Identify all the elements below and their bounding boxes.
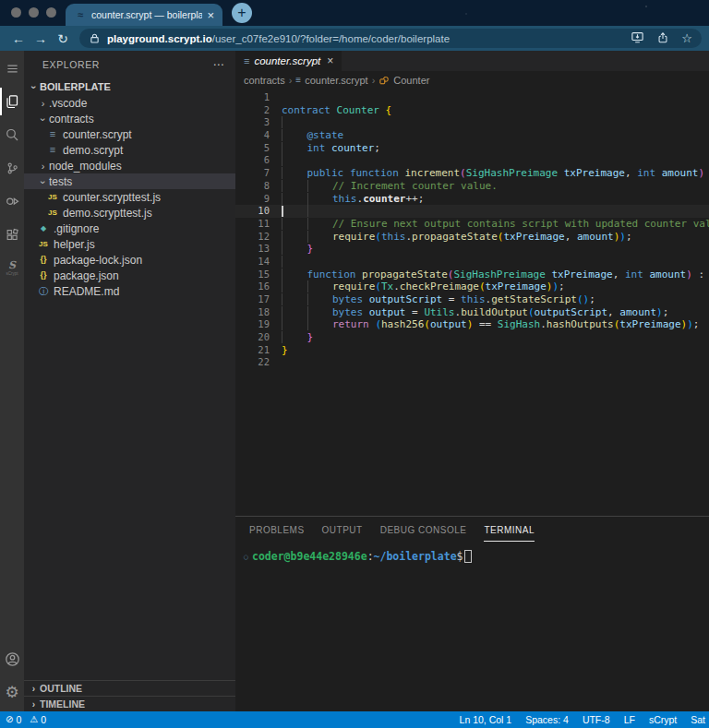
settings-gear-icon[interactable]: ⚙ [0, 678, 24, 706]
status-item-scrypt[interactable]: sCrypt [649, 714, 677, 725]
editor-tab-close-icon[interactable]: × [327, 54, 333, 67]
tree-item-label: README.md [54, 285, 119, 298]
panel-tab-terminal[interactable]: TERMINAL [484, 525, 535, 542]
terminal-cursor [464, 550, 472, 563]
tree-item-package-lock-json[interactable]: {}package-lock.json [24, 252, 235, 268]
tree-item-vscode[interactable]: ›.vscode [24, 95, 235, 111]
status-item-utf-8[interactable]: UTF-8 [583, 714, 610, 725]
code-line-21[interactable]: 21} [235, 344, 709, 357]
breadcrumb-item-contracts[interactable]: contracts [244, 75, 285, 86]
window-zoom-button[interactable] [46, 7, 56, 18]
code-line-11[interactable]: 11 // Ensure next output contains script… [235, 218, 709, 231]
tree-item-label: tests [49, 175, 72, 188]
tree-item-tests[interactable]: ›tests [24, 173, 235, 189]
url-bar[interactable]: playground.scrypt.io /user_c07fe2e910/?f… [79, 29, 702, 48]
terminal[interactable]: ○ coder@b9e44e28946e:~/boilerplate$ [235, 550, 709, 563]
explorer-icon[interactable] [0, 88, 24, 115]
search-icon[interactable] [0, 121, 24, 149]
url-path: /user_c07fe2e910/?folder=/home/coder/boi… [212, 33, 622, 44]
breadcrumb-item-counter-scrypt[interactable]: ≡counter.scrypt [295, 75, 367, 86]
share-icon[interactable] [656, 31, 669, 46]
code-line-9[interactable]: 9 this.counter++; [235, 193, 709, 206]
tree-root-boilerplate[interactable]: › BOILERPLATE [24, 78, 235, 95]
tree-item-helper-js[interactable]: JShelper.js [24, 236, 235, 252]
breadcrumb-label: Counter [393, 75, 429, 86]
forward-button[interactable]: → [30, 31, 52, 46]
breadcrumb-item-counter[interactable]: Counter [379, 75, 429, 86]
status-item-sat[interactable]: Sat [691, 714, 705, 725]
extensions-icon[interactable] [0, 221, 24, 248]
tab-close-icon[interactable]: × [207, 8, 214, 22]
line-number: 6 [235, 154, 270, 167]
code-line-3[interactable]: 3 [235, 116, 709, 129]
reload-button[interactable]: ↻ [52, 31, 74, 46]
tree-item-label: node_modules [49, 160, 122, 173]
new-tab-button[interactable]: + [232, 3, 252, 23]
code-line-8[interactable]: 8 // Increment counter value. [235, 180, 709, 193]
section-timeline[interactable]: ›TIMELINE [24, 696, 235, 711]
tree-item-counter-scrypt[interactable]: ≡counter.scrypt [24, 126, 235, 142]
tree-item-demo-scrypt[interactable]: ≡demo.scrypt [24, 142, 235, 158]
code-line-20[interactable]: 20 } [235, 331, 709, 344]
problems-errors-badge[interactable]: ⊘ 0 [6, 714, 21, 725]
bookmark-star-icon[interactable]: ☆ [681, 32, 692, 44]
source-control-icon[interactable] [0, 154, 24, 182]
section-outline[interactable]: ›OUTLINE [24, 680, 235, 696]
browser-tab[interactable]: ≈ counter.scrypt — boilerplate – × [66, 4, 222, 26]
window-controls [11, 7, 56, 18]
code-line-14[interactable]: 14 [235, 256, 709, 269]
tree-item-contracts[interactable]: ›contracts [24, 111, 235, 126]
scrypt-file-icon: ≡ [46, 145, 59, 155]
status-item-lf[interactable]: LF [624, 714, 635, 725]
tree-item-gitignore[interactable]: ◆.gitignore [24, 221, 235, 236]
panel-tab-debug-console[interactable]: DEBUG CONSOLE [380, 525, 467, 542]
explorer-more-actions-icon[interactable]: ⋯ [212, 58, 224, 71]
code-line-5[interactable]: 5 int counter; [235, 142, 709, 155]
code-line-10[interactable]: 10 [235, 205, 709, 218]
tree-item-package-json[interactable]: {}package.json [24, 268, 235, 283]
status-item-spaces-4[interactable]: Spaces: 4 [525, 714, 569, 725]
tree-item-node-modules[interactable]: ›node_modules [24, 158, 235, 173]
line-number: 17 [235, 293, 270, 306]
code-line-2[interactable]: 2contract Counter { [235, 104, 709, 117]
tree-item-demo-scrypttest-js[interactable]: JSdemo.scrypttest.js [24, 205, 235, 221]
panel-tab-problems[interactable]: PROBLEMS [249, 525, 305, 542]
terminal-prompt: coder@b9e44e28946e:~/boilerplate$ [252, 550, 463, 563]
line-number: 4 [235, 129, 270, 142]
menu-icon[interactable] [0, 54, 24, 82]
tree-item-readme-md[interactable]: ⓘREADME.md [24, 283, 235, 299]
tree-item-label: demo.scrypt [63, 144, 123, 157]
code-line-6[interactable]: 6 [235, 154, 709, 167]
panel-tab-output[interactable]: OUTPUT [322, 525, 363, 542]
code-editor[interactable]: 12contract Counter {3 4 @state5 int coun… [235, 89, 709, 516]
problems-warnings-badge[interactable]: ⚠ 0 [30, 714, 46, 725]
code-line-17[interactable]: 17 bytes outputScript = this.getStateScr… [235, 293, 709, 306]
code-line-13[interactable]: 13 } [235, 243, 709, 256]
back-button[interactable]: ← [7, 31, 30, 46]
lock-icon [89, 32, 101, 44]
scrypt-file-icon: ≡ [244, 55, 249, 66]
line-number: 12 [235, 231, 270, 244]
install-app-icon[interactable] [631, 30, 644, 46]
editor-tab-counter-scrypt[interactable]: ≡ counter.scrypt × [235, 51, 342, 71]
line-number: 5 [235, 142, 270, 155]
code-line-18[interactable]: 18 bytes output = Utils.buildOutput(outp… [235, 306, 709, 319]
chevron-down-icon: › [38, 176, 49, 188]
code-line-1[interactable]: 1 [235, 91, 709, 104]
code-line-7[interactable]: 7 public function increment(SigHashPreim… [235, 167, 709, 180]
code-line-16[interactable]: 16 require(Tx.checkPreimage(txPreimage))… [235, 280, 709, 293]
code-text: bytes outputScript = this.getStateScript… [282, 293, 595, 306]
code-line-12[interactable]: 12 require(this.propagateState(txPreimag… [235, 231, 709, 244]
run-debug-icon[interactable] [0, 187, 24, 215]
tree-item-counter-scrypttest-js[interactable]: JScounter.scrypttest.js [24, 189, 235, 205]
line-number: 10 [235, 205, 270, 218]
account-icon[interactable] [0, 645, 24, 673]
window-minimize-button[interactable] [29, 7, 39, 18]
code-line-4[interactable]: 4 @state [235, 129, 709, 142]
window-close-button[interactable] [11, 7, 21, 18]
scrypt-icon[interactable]: SsCrypt [0, 254, 24, 281]
code-line-15[interactable]: 15 function propagateState(SigHashPreima… [235, 269, 709, 281]
code-line-22[interactable]: 22 [235, 356, 709, 369]
code-line-19[interactable]: 19 return (hash256(output) == SigHash.ha… [235, 318, 709, 331]
status-item-ln-10-col-1[interactable]: Ln 10, Col 1 [460, 714, 512, 725]
